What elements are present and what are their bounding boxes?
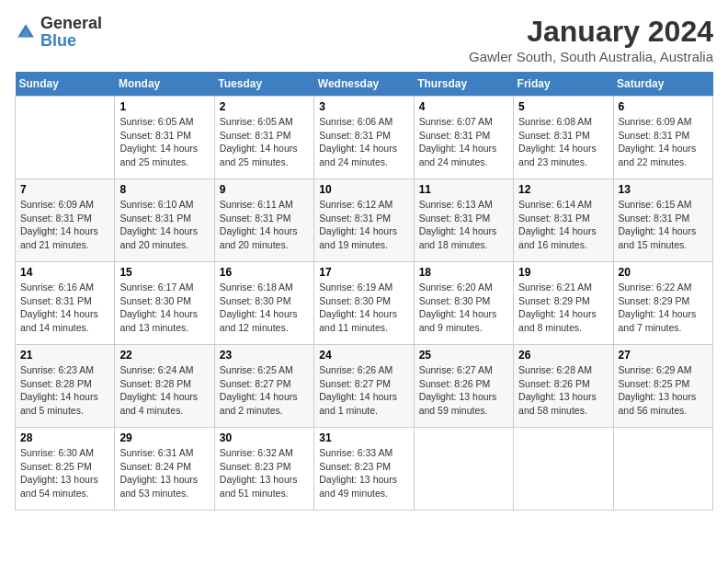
day-number: 15 <box>119 266 209 279</box>
day-info: Sunrise: 6:15 AM Sunset: 8:31 PM Dayligh… <box>619 198 708 252</box>
day-number: 2 <box>220 100 309 113</box>
day-info: Sunrise: 6:29 AM Sunset: 8:25 PM Dayligh… <box>619 363 708 418</box>
day-number: 23 <box>220 349 309 362</box>
calendar-cell: 26Sunrise: 6:28 AM Sunset: 8:26 PM Dayli… <box>514 345 613 428</box>
day-info: Sunrise: 6:20 AM Sunset: 8:30 PM Dayligh… <box>419 281 508 335</box>
day-number: 26 <box>518 349 608 362</box>
calendar-cell: 30Sunrise: 6:32 AM Sunset: 8:23 PM Dayli… <box>214 428 313 511</box>
day-number: 3 <box>319 100 408 113</box>
day-header-wednesday: Wednesday <box>314 72 414 97</box>
day-number: 13 <box>619 183 708 196</box>
day-number: 30 <box>220 431 309 444</box>
day-number: 17 <box>319 266 408 279</box>
day-info: Sunrise: 6:18 AM Sunset: 8:30 PM Dayligh… <box>220 281 309 335</box>
day-number: 6 <box>619 100 708 113</box>
calendar-cell: 29Sunrise: 6:31 AM Sunset: 8:24 PM Dayli… <box>115 428 214 511</box>
day-info: Sunrise: 6:16 AM Sunset: 8:31 PM Dayligh… <box>20 281 109 335</box>
day-number: 22 <box>119 349 209 362</box>
day-header-row: SundayMondayTuesdayWednesdayThursdayFrid… <box>16 72 713 97</box>
calendar-cell <box>414 428 513 511</box>
day-number: 4 <box>419 100 508 113</box>
calendar-cell: 24Sunrise: 6:26 AM Sunset: 8:27 PM Dayli… <box>314 345 414 428</box>
month-title: January 2024 <box>469 15 713 49</box>
day-header-monday: Monday <box>115 72 214 97</box>
calendar-cell: 9Sunrise: 6:11 AM Sunset: 8:31 PM Daylig… <box>214 179 313 262</box>
day-info: Sunrise: 6:12 AM Sunset: 8:31 PM Dayligh… <box>319 198 408 252</box>
day-info: Sunrise: 6:05 AM Sunset: 8:31 PM Dayligh… <box>220 115 309 169</box>
calendar-cell: 20Sunrise: 6:22 AM Sunset: 8:29 PM Dayli… <box>613 262 712 345</box>
day-number: 24 <box>319 349 408 362</box>
calendar-cell: 18Sunrise: 6:20 AM Sunset: 8:30 PM Dayli… <box>414 262 513 345</box>
calendar-cell: 6Sunrise: 6:09 AM Sunset: 8:31 PM Daylig… <box>613 97 712 179</box>
day-header-thursday: Thursday <box>414 72 513 97</box>
day-info: Sunrise: 6:17 AM Sunset: 8:30 PM Dayligh… <box>119 281 209 335</box>
calendar-cell: 3Sunrise: 6:06 AM Sunset: 8:31 PM Daylig… <box>314 97 414 179</box>
day-number: 31 <box>319 431 408 444</box>
day-info: Sunrise: 6:32 AM Sunset: 8:23 PM Dayligh… <box>220 446 309 500</box>
day-info: Sunrise: 6:28 AM Sunset: 8:26 PM Dayligh… <box>518 363 608 418</box>
calendar-cell: 14Sunrise: 6:16 AM Sunset: 8:31 PM Dayli… <box>16 262 115 345</box>
calendar-cell: 13Sunrise: 6:15 AM Sunset: 8:31 PM Dayli… <box>613 179 712 262</box>
header: General Blue January 2024 Gawler South, … <box>15 15 713 64</box>
calendar-cell: 10Sunrise: 6:12 AM Sunset: 8:31 PM Dayli… <box>314 179 414 262</box>
calendar-header: SundayMondayTuesdayWednesdayThursdayFrid… <box>16 72 713 97</box>
day-number: 11 <box>419 183 508 196</box>
day-number: 21 <box>20 349 109 362</box>
calendar-cell: 23Sunrise: 6:25 AM Sunset: 8:27 PM Dayli… <box>214 345 313 428</box>
calendar-cell <box>613 428 712 511</box>
location-title: Gawler South, South Australia, Australia <box>469 49 713 64</box>
calendar-week-row: 28Sunrise: 6:30 AM Sunset: 8:25 PM Dayli… <box>16 428 713 511</box>
calendar-cell: 17Sunrise: 6:19 AM Sunset: 8:30 PM Dayli… <box>314 262 414 345</box>
day-info: Sunrise: 6:33 AM Sunset: 8:23 PM Dayligh… <box>319 446 408 500</box>
day-number: 18 <box>419 266 508 279</box>
logo-icon <box>15 21 37 43</box>
day-header-saturday: Saturday <box>613 72 712 97</box>
calendar-cell: 4Sunrise: 6:07 AM Sunset: 8:31 PM Daylig… <box>414 97 513 179</box>
calendar-cell <box>514 428 613 511</box>
day-info: Sunrise: 6:07 AM Sunset: 8:31 PM Dayligh… <box>419 115 508 169</box>
calendar-cell: 8Sunrise: 6:10 AM Sunset: 8:31 PM Daylig… <box>115 179 214 262</box>
day-number: 14 <box>20 266 109 279</box>
day-info: Sunrise: 6:09 AM Sunset: 8:31 PM Dayligh… <box>20 198 109 252</box>
calendar-cell: 12Sunrise: 6:14 AM Sunset: 8:31 PM Dayli… <box>514 179 613 262</box>
day-number: 27 <box>619 349 708 362</box>
calendar-cell: 19Sunrise: 6:21 AM Sunset: 8:29 PM Dayli… <box>514 262 613 345</box>
calendar-table: SundayMondayTuesdayWednesdayThursdayFrid… <box>15 72 713 511</box>
day-number: 16 <box>220 266 309 279</box>
day-info: Sunrise: 6:09 AM Sunset: 8:31 PM Dayligh… <box>619 115 708 169</box>
day-number: 7 <box>20 183 109 196</box>
calendar-cell: 28Sunrise: 6:30 AM Sunset: 8:25 PM Dayli… <box>16 428 115 511</box>
day-header-sunday: Sunday <box>16 72 115 97</box>
day-info: Sunrise: 6:19 AM Sunset: 8:30 PM Dayligh… <box>319 281 408 335</box>
day-info: Sunrise: 6:10 AM Sunset: 8:31 PM Dayligh… <box>119 198 209 252</box>
calendar-week-row: 7Sunrise: 6:09 AM Sunset: 8:31 PM Daylig… <box>16 179 713 262</box>
calendar-cell: 7Sunrise: 6:09 AM Sunset: 8:31 PM Daylig… <box>16 179 115 262</box>
calendar-cell: 31Sunrise: 6:33 AM Sunset: 8:23 PM Dayli… <box>314 428 414 511</box>
day-number: 5 <box>518 100 608 113</box>
logo-blue: Blue <box>40 31 76 50</box>
day-info: Sunrise: 6:22 AM Sunset: 8:29 PM Dayligh… <box>619 281 708 335</box>
calendar-cell <box>16 97 115 179</box>
day-info: Sunrise: 6:21 AM Sunset: 8:29 PM Dayligh… <box>518 281 608 335</box>
calendar-week-row: 1Sunrise: 6:05 AM Sunset: 8:31 PM Daylig… <box>16 97 713 179</box>
day-info: Sunrise: 6:06 AM Sunset: 8:31 PM Dayligh… <box>319 115 408 169</box>
logo: General Blue <box>15 15 102 50</box>
calendar-cell: 21Sunrise: 6:23 AM Sunset: 8:28 PM Dayli… <box>16 345 115 428</box>
day-info: Sunrise: 6:11 AM Sunset: 8:31 PM Dayligh… <box>220 198 309 252</box>
day-header-tuesday: Tuesday <box>214 72 313 97</box>
day-number: 10 <box>319 183 408 196</box>
day-number: 9 <box>220 183 309 196</box>
day-number: 1 <box>119 100 209 113</box>
calendar-cell: 11Sunrise: 6:13 AM Sunset: 8:31 PM Dayli… <box>414 179 513 262</box>
day-info: Sunrise: 6:27 AM Sunset: 8:26 PM Dayligh… <box>419 363 508 418</box>
calendar-cell: 16Sunrise: 6:18 AM Sunset: 8:30 PM Dayli… <box>214 262 313 345</box>
day-info: Sunrise: 6:30 AM Sunset: 8:25 PM Dayligh… <box>20 446 109 500</box>
calendar-week-row: 14Sunrise: 6:16 AM Sunset: 8:31 PM Dayli… <box>16 262 713 345</box>
day-info: Sunrise: 6:05 AM Sunset: 8:31 PM Dayligh… <box>119 115 209 169</box>
calendar-cell: 5Sunrise: 6:08 AM Sunset: 8:31 PM Daylig… <box>514 97 613 179</box>
calendar-cell: 27Sunrise: 6:29 AM Sunset: 8:25 PM Dayli… <box>613 345 712 428</box>
day-number: 29 <box>119 431 209 444</box>
calendar-cell: 22Sunrise: 6:24 AM Sunset: 8:28 PM Dayli… <box>115 345 214 428</box>
calendar-cell: 2Sunrise: 6:05 AM Sunset: 8:31 PM Daylig… <box>214 97 313 179</box>
day-header-friday: Friday <box>514 72 613 97</box>
